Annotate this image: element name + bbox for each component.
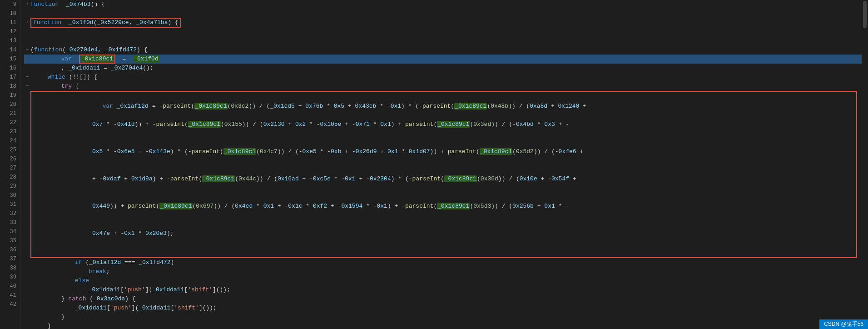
ln-32: 32: [0, 209, 16, 218]
ln-12: 12: [0, 27, 16, 36]
ln-22: 22: [0, 118, 16, 127]
fold-icon-23[interactable]: −: [24, 47, 30, 53]
ln-29: 29: [0, 182, 16, 191]
line-31: else: [24, 276, 862, 285]
line-34: _0x1dda11['push'](_0x1dda11['shift']());: [24, 304, 862, 313]
line-numbers: 9 10 11 12 13 14 15 16 17 18 19 20 21 22…: [0, 0, 20, 329]
code-area[interactable]: + function _0x74b3() { + function _0x1f0…: [20, 0, 862, 329]
ln-28: 28: [0, 173, 16, 182]
ln-19: 19: [0, 91, 16, 100]
line-27: − try {: [24, 82, 862, 91]
ln-42: 42: [0, 300, 16, 309]
ln-27: 27: [0, 164, 16, 173]
ln-20: 20: [0, 100, 16, 109]
ln-30: 30: [0, 191, 16, 200]
ln-10: 10: [0, 9, 16, 18]
ln-13: 13: [0, 36, 16, 45]
ln-11: 11: [0, 18, 16, 27]
line-10: [24, 9, 862, 18]
ln-25: 25: [0, 145, 16, 155]
line-36: }: [24, 322, 862, 329]
scrollbar-vertical[interactable]: [862, 0, 868, 329]
ln-21: 21: [0, 109, 16, 118]
ln-37: 37: [0, 254, 16, 264]
ln-17: 17: [0, 73, 16, 82]
line-24: var _0x1c89c1 = _0x1f0d: [24, 55, 862, 64]
fold-icon-27[interactable]: −: [24, 83, 30, 90]
fold-icon-26[interactable]: −: [24, 74, 30, 80]
ln-24: 24: [0, 136, 16, 145]
ln-38: 38: [0, 264, 16, 273]
line-25: , _0x1dda11 = _0x2704e4();: [24, 64, 862, 73]
line-11: + function _0x1f0d(_0x5229ce, _0x4a71ba)…: [24, 18, 862, 27]
fold-icon-9[interactable]: +: [24, 1, 30, 8]
line-9: + function _0x74b3() {: [24, 0, 862, 9]
ln-33: 33: [0, 218, 16, 227]
status-text: CSDN @鬼手56: [824, 321, 863, 327]
line-35: }: [24, 313, 862, 322]
ln-18: 18: [0, 82, 16, 91]
line-26: − while (!![]) {: [24, 73, 862, 82]
ln-15: 15: [0, 55, 16, 64]
ln-34: 34: [0, 227, 16, 236]
fold-icon-11[interactable]: +: [24, 20, 30, 26]
ln-23: 23: [0, 127, 16, 136]
editor: 9 10 11 12 13 14 15 16 17 18 19 20 21 22…: [0, 0, 868, 329]
ln-31: 31: [0, 200, 16, 209]
line-23: − (function(_0x2704e4, _0x1fd472) {: [24, 45, 862, 55]
ln-9: 9: [0, 0, 16, 9]
ln-40: 40: [0, 282, 16, 291]
ln-39: 39: [0, 273, 16, 282]
ln-41: 41: [0, 291, 16, 300]
scrollbar-thumb[interactable]: [863, 1, 867, 28]
line-28: var _0x1af12d = -parseInt(_0x1c89c1(0x3c…: [24, 91, 862, 258]
line-22: [24, 36, 862, 45]
ln-14: 14: [0, 45, 16, 55]
line-30: break;: [24, 267, 862, 276]
ln-16: 16: [0, 64, 16, 73]
ln-36: 36: [0, 245, 16, 254]
ln-35: 35: [0, 236, 16, 245]
ln-26: 26: [0, 155, 16, 164]
line-33: } catch (_0x3ac0da) {: [24, 294, 862, 304]
line-32: _0x1dda11['push'](_0x1dda11['shift']());: [24, 285, 862, 294]
line-29: if (_0x1af12d === _0x1fd472): [24, 258, 862, 267]
line-21: [24, 27, 862, 36]
bottom-status-bar: CSDN @鬼手56: [819, 319, 868, 329]
